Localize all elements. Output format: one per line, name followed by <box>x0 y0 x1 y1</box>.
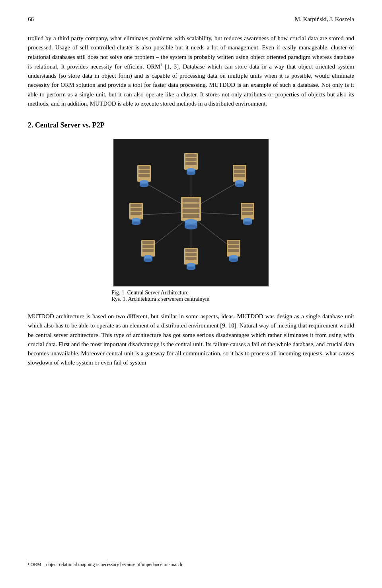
svg-rect-36 <box>242 208 253 211</box>
svg-rect-67 <box>131 204 142 207</box>
svg-point-81 <box>140 180 148 183</box>
svg-rect-13 <box>183 214 199 218</box>
svg-rect-52 <box>185 253 197 256</box>
svg-point-25 <box>187 168 195 171</box>
svg-point-17 <box>185 219 197 224</box>
section-title: Central Server vs. P2P <box>35 121 105 129</box>
svg-rect-43 <box>228 241 239 244</box>
svg-rect-75 <box>138 166 150 169</box>
intro-paragraph: trolled by a third party company, what e… <box>28 34 354 108</box>
svg-rect-61 <box>142 249 154 252</box>
svg-rect-35 <box>242 204 253 207</box>
svg-rect-28 <box>234 170 245 173</box>
footnote-text: ¹ ORM – object relational mapping is nec… <box>28 561 354 568</box>
svg-rect-77 <box>138 174 150 177</box>
svg-rect-44 <box>228 245 239 248</box>
figure-image <box>113 139 269 286</box>
svg-point-65 <box>144 255 152 258</box>
svg-rect-59 <box>142 241 154 244</box>
body-paragraph-1: MUTDOD architecture is based on two diff… <box>28 312 354 368</box>
figure-container: Fig. 1. Central Server Architecture Rys.… <box>111 139 271 302</box>
page: 66 M. Karpiński, J. Koszela trolled by a… <box>0 0 382 588</box>
svg-rect-68 <box>131 208 142 211</box>
svg-point-24 <box>187 172 195 175</box>
svg-point-41 <box>243 218 252 221</box>
svg-rect-51 <box>185 249 197 252</box>
page-header: 66 M. Karpiński, J. Koszela <box>28 16 354 23</box>
svg-point-57 <box>187 263 195 266</box>
svg-rect-20 <box>185 158 197 161</box>
footnote-section: ¹ ORM – object relational mapping is nec… <box>28 546 354 568</box>
svg-point-16 <box>185 225 197 229</box>
page-number: 66 <box>28 16 34 23</box>
svg-point-56 <box>187 267 195 270</box>
svg-rect-53 <box>185 257 197 260</box>
svg-point-80 <box>140 184 148 187</box>
figure-caption-line1: Fig. 1. Central Server Architecture <box>111 290 271 296</box>
svg-rect-11 <box>183 204 199 208</box>
svg-rect-10 <box>183 198 199 202</box>
svg-rect-19 <box>185 154 197 157</box>
figure-caption: Fig. 1. Central Server Architecture Rys.… <box>111 290 271 302</box>
svg-rect-29 <box>234 174 245 177</box>
footnote-divider <box>28 558 107 558</box>
svg-point-32 <box>235 184 244 187</box>
svg-rect-21 <box>185 162 197 165</box>
figure-caption-line2: Rys. 1. Architektura z serwerem centraln… <box>111 296 271 302</box>
page-authors: M. Karpiński, J. Koszela <box>295 16 354 23</box>
svg-point-40 <box>243 222 252 225</box>
network-diagram-svg <box>115 141 267 284</box>
svg-rect-37 <box>242 212 253 215</box>
svg-rect-45 <box>228 249 239 252</box>
svg-point-72 <box>132 222 140 225</box>
svg-rect-60 <box>142 245 154 248</box>
svg-point-73 <box>132 218 140 221</box>
svg-point-49 <box>229 255 238 258</box>
section-number: 2. <box>28 121 33 129</box>
word-using: using <box>236 54 249 60</box>
svg-rect-12 <box>183 209 199 213</box>
svg-rect-76 <box>138 170 150 173</box>
svg-point-33 <box>235 180 244 183</box>
section-heading: 2. Central Server vs. P2P <box>28 121 354 129</box>
svg-point-64 <box>144 259 152 262</box>
svg-rect-27 <box>234 166 245 169</box>
svg-rect-69 <box>131 212 142 215</box>
svg-point-48 <box>229 259 238 262</box>
